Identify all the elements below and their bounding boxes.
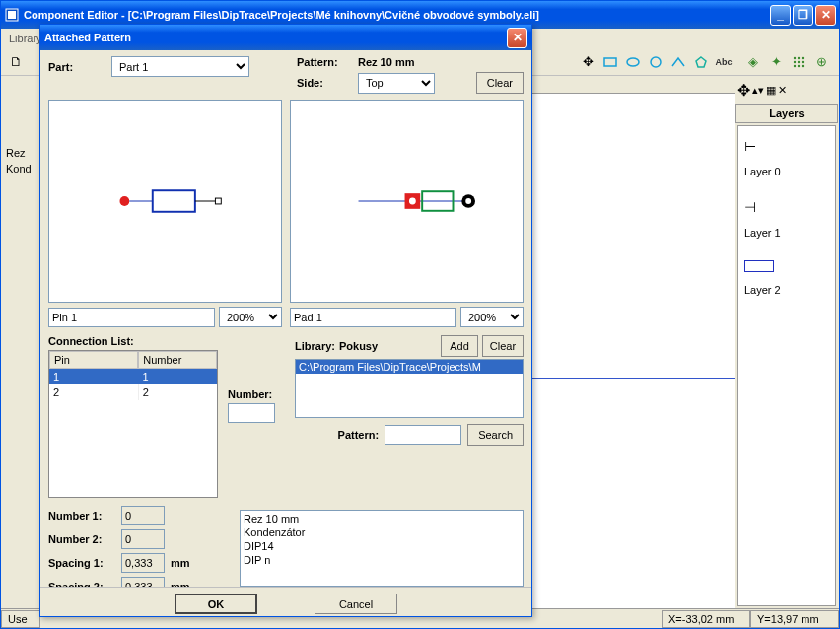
col-number[interactable]: Number (138, 351, 217, 369)
clear-lib-button[interactable]: Clear (482, 335, 524, 357)
move-icon[interactable]: ✥ (737, 81, 750, 100)
pad-zoom-select[interactable]: 200% (460, 307, 524, 327)
pin-input[interactable] (48, 308, 215, 327)
part-select[interactable]: Part 1 (111, 56, 249, 77)
connection-table[interactable]: Pin Number 1122 (48, 350, 218, 498)
dialog-close-button[interactable]: ✕ (507, 28, 527, 48)
svg-point-10 (798, 60, 800, 62)
text-icon[interactable]: Abc (713, 51, 735, 73)
connection-list-label: Connection List: (48, 335, 218, 347)
svg-point-9 (794, 60, 796, 62)
pattern-item[interactable]: DIP14 (244, 539, 520, 553)
status-y: Y=13,97 mm (750, 610, 839, 628)
number-input[interactable] (228, 403, 275, 423)
clear-button[interactable]: Clear (476, 72, 524, 94)
svg-point-3 (627, 58, 639, 66)
maximize-button[interactable]: ❐ (793, 5, 813, 26)
pattern-list[interactable]: Rez 10 mm Kondenzátor DIP14 DIP n (240, 510, 524, 587)
pin-left-icon: ⊢ (744, 138, 829, 154)
left-panel: Rez Kond (2, 76, 41, 608)
rect-icon[interactable] (599, 51, 621, 73)
dialog-title: Attached Pattern (44, 32, 507, 43)
pin-zoom-select[interactable]: 200% (219, 307, 282, 327)
layer-label: Layer 0 (744, 166, 781, 177)
attached-pattern-dialog: Attached Pattern ✕ Part: Part 1 Pattern:… (39, 24, 532, 617)
search-button[interactable]: Search (467, 424, 524, 446)
origin-icon[interactable]: ⊕ (810, 51, 832, 73)
circle-icon[interactable] (645, 51, 666, 73)
pattern-item[interactable]: Rez 10 mm (244, 512, 520, 525)
layer-label: Layer 2 (744, 284, 781, 296)
library-value: Pokusy (339, 340, 437, 352)
svg-point-12 (794, 64, 796, 66)
minimize-button[interactable]: _ (770, 5, 791, 26)
snap2-icon[interactable]: ✦ (765, 51, 787, 73)
pattern-value: Rez 10 mm (358, 56, 414, 68)
layers-list[interactable]: ⊢ Layer 0 ⊣ Layer 1 Layer 2 (737, 125, 836, 606)
add-button[interactable]: Add (441, 335, 478, 357)
snap1-icon[interactable]: ◈ (742, 51, 764, 73)
status-left: Use (1, 610, 40, 628)
layer-item[interactable]: ⊢ Layer 0 (742, 132, 831, 183)
poly-icon[interactable] (690, 51, 712, 73)
pad-preview[interactable] (290, 100, 524, 303)
layer-item[interactable]: Layer 2 (742, 254, 831, 302)
pattern-label: Pattern: (297, 56, 352, 68)
rect-icon (744, 260, 774, 272)
svg-point-8 (802, 56, 804, 58)
ellipse-icon[interactable] (622, 51, 644, 73)
svg-point-13 (798, 64, 800, 66)
svg-rect-20 (153, 190, 195, 212)
layer-add-icon[interactable]: ▦ (766, 84, 776, 97)
library-list[interactable]: C:\Program Files\DipTrace\Projects\M (295, 359, 524, 418)
pattern-search-label: Pattern: (338, 429, 380, 441)
side-label: Side: (297, 77, 352, 89)
library-label: Library: (295, 340, 335, 352)
svg-point-18 (119, 196, 129, 206)
layers-header: Layers (735, 104, 838, 123)
up-down-icon[interactable]: ▴▾ (752, 84, 764, 97)
unit-label: mm (171, 557, 194, 569)
svg-point-14 (802, 64, 804, 66)
pattern-item[interactable]: DIP n (244, 553, 520, 567)
svg-point-28 (465, 198, 471, 204)
number1-input (121, 506, 165, 525)
dialog-titlebar[interactable]: Attached Pattern ✕ (40, 25, 531, 50)
svg-point-4 (651, 57, 661, 67)
pin-preview[interactable] (48, 100, 282, 303)
table-row[interactable]: 22 (49, 384, 217, 400)
number2-input (121, 529, 165, 549)
grid-icon[interactable] (788, 51, 809, 73)
layer-item[interactable]: ⊣ Layer 1 (742, 193, 831, 245)
svg-point-6 (794, 56, 796, 58)
new-icon[interactable]: 🗋 (5, 51, 27, 73)
spacing1-label: Spacing 1: (48, 557, 115, 569)
library-item[interactable]: C:\Program Files\DipTrace\Projects\M (296, 360, 523, 374)
status-x: X=-33,02 mm (662, 610, 750, 628)
ok-button[interactable]: OK (175, 594, 257, 614)
pattern-search-input[interactable] (385, 425, 461, 445)
pattern-item[interactable]: Kondenzátor (244, 525, 520, 539)
app-icon (4, 7, 20, 23)
line-icon[interactable] (667, 51, 689, 73)
menu-library[interactable]: Library (9, 33, 42, 44)
spacing2-input (121, 577, 165, 587)
number2-label: Number 2: (48, 533, 115, 545)
number1-label: Number 1: (48, 510, 115, 522)
table-row[interactable]: 11 (49, 369, 217, 384)
pad-input[interactable] (290, 308, 456, 327)
svg-marker-5 (696, 57, 706, 67)
number-label: Number: (228, 388, 285, 400)
spacing1-input (121, 553, 165, 573)
col-pin[interactable]: Pin (49, 351, 138, 369)
svg-rect-22 (215, 198, 221, 204)
svg-rect-1 (8, 11, 16, 19)
left-item[interactable]: Rez (2, 145, 40, 161)
left-item[interactable]: Kond (2, 161, 40, 176)
side-select[interactable]: Top (358, 73, 435, 94)
cancel-button[interactable]: Cancel (315, 594, 397, 614)
pan-icon[interactable]: ✥ (577, 51, 598, 73)
layer-del-icon[interactable]: ✕ (778, 84, 787, 97)
close-button[interactable]: ✕ (815, 5, 836, 26)
right-panel: ✥ ▴▾ ▦ ✕ Layers ⊢ Layer 0 ⊣ Layer 1 Laye… (735, 76, 838, 608)
